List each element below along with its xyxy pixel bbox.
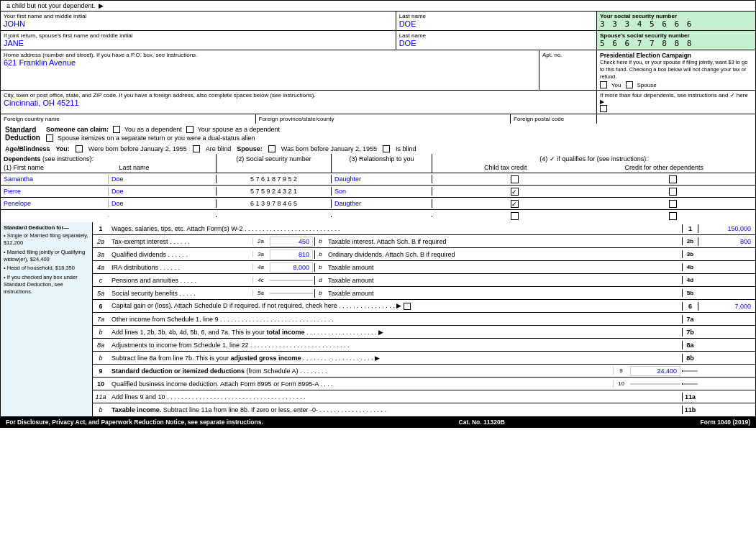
footer-form: Form 1040 (2019) (701, 418, 750, 426)
dep-checks-3 (432, 211, 755, 221)
dep-other-check-3[interactable] (669, 212, 677, 220)
spouse-last-cell: Last name DOE (396, 31, 597, 50)
dep-name-col-header: Dependents (see instructions): (1) First… (1, 154, 217, 173)
line-11a-desc: Add lines 9 and 10 . . . . . . . . . . .… (109, 393, 682, 401)
foreign-country-label: Foreign country name (4, 116, 252, 122)
line-4b-label: 4b (682, 263, 698, 271)
last-name-label: Last name (399, 13, 593, 19)
dep-last-3 (109, 216, 217, 217)
spouse-first-label: If joint return, spouse's first name and… (4, 32, 393, 39)
you-dependent-checkbox[interactable] (113, 126, 120, 133)
dep-child-check-0[interactable] (511, 175, 519, 183)
dep-rel-3 (332, 216, 432, 217)
line-4b-desc: Taxable amount (326, 263, 682, 272)
spouse-itemizes-checkbox[interactable] (46, 134, 53, 142)
line-4a-desc: IRA distributions . . . . . . (109, 263, 252, 272)
spouse-dependent-checkbox[interactable] (186, 126, 193, 133)
sidebar-items: • Single or Married filing separately, $… (4, 232, 89, 295)
are-blind-checkbox[interactable] (193, 145, 200, 152)
line-3a-num: 3a (93, 250, 109, 259)
dep-col2-header: (2) Social security number (217, 154, 332, 173)
line-2b-right: b Taxable interest. Attach Sch. B if req… (314, 237, 755, 246)
line-7a-row: 7a Other income from Schedule 1, line 9 … (93, 313, 755, 326)
line-3b-right: b Ordinary dividends. Attach Sch. B if r… (314, 250, 755, 259)
line-10-row: 10 Qualified business income deduction. … (93, 378, 755, 390)
line-8b-row: b Subtract line 8a from line 7b. This is… (93, 352, 755, 365)
line-5a-num: 5a (93, 289, 109, 298)
form-footer: For Disclosure, Privacy Act, and Paperwo… (0, 416, 756, 428)
line-c-desc: Pensions and annuities . . . . . (109, 276, 252, 285)
income-lines: 1 Wages, salaries, tips, etc. Attach For… (93, 222, 755, 416)
line-1-num: 1 (93, 224, 109, 233)
dep-child-check-1[interactable]: ✓ (511, 188, 519, 196)
spouse-last-label: Last name (399, 32, 593, 39)
footer-cat: Cat. No. 11320B (459, 418, 505, 426)
line-4d-desc: Taxable amount (326, 276, 682, 285)
line-9-inner-label: 9 (613, 367, 629, 375)
spouse-born-checkbox[interactable] (268, 145, 275, 152)
line-11a-row: 11a Add lines 9 and 10 . . . . . . . . .… (93, 390, 755, 403)
someone-can-claim-label: Someone can claim: (46, 126, 109, 133)
dep-other-check-1[interactable] (669, 188, 677, 196)
line-6-row: 6 Capital gain or (loss). Attach Schedul… (93, 300, 755, 313)
dep-first-2: Penelope (1, 199, 109, 208)
born-before-checkbox[interactable] (76, 145, 83, 152)
spouse-ssn-label: Spouse's social security number (600, 32, 752, 39)
line-3a-label: 3a (252, 251, 268, 257)
line-8b-desc: Subtract line 8a from line 7b. This is y… (109, 354, 682, 362)
foreign-postal-cell: Foreign postal code (511, 114, 597, 124)
sidebar-item-1: • Married filing jointly or Qualifying w… (4, 249, 89, 263)
dep-col1-label: (1) First name (4, 164, 98, 171)
std-deduction-title2: Deduction (5, 134, 40, 142)
line-4b-right: b Taxable amount 4b (314, 263, 755, 272)
form-1040: a child but not your dependent. ▶ Your f… (0, 0, 756, 428)
dep-child-check-3[interactable] (511, 212, 519, 220)
election-spouse-checkbox[interactable] (626, 81, 633, 88)
line-3a-input: 810 (270, 250, 313, 260)
last-name-cell: Last name DOE (396, 12, 597, 30)
are-blind-label: Are blind (206, 145, 232, 152)
first-name-value: JOHN (4, 19, 393, 28)
dep-child-check-2[interactable]: ✓ (511, 200, 519, 208)
line-6-num: 6 (93, 302, 109, 311)
more-dependents-checkbox[interactable] (600, 105, 607, 112)
age-blindness-title: Age/Blindness (5, 145, 50, 152)
line-4b-letter: b (315, 263, 326, 271)
born-before-label: Were born before January 2, 1955 (88, 145, 187, 152)
line-10-inner-label: 10 (613, 380, 629, 388)
city-cell: City, town or post office, state, and ZI… (1, 91, 597, 114)
first-name-label: Your first name and middle initial (4, 13, 393, 19)
dep-ssn-2: 6 1 3 9 7 8 4 6 5 (217, 199, 332, 208)
line-11a-label: 11a (682, 393, 698, 401)
spouse-first-cell: If joint return, spouse's first name and… (1, 31, 396, 50)
line-4cd-row: c Pensions and annuities . . . . . 4c d … (93, 274, 755, 287)
line-6-desc: Capital gain or (loss). Attach Schedule … (109, 301, 682, 311)
ssn-cell: Your social security number 3 3 3 4 5 6 … (597, 12, 755, 30)
apt-label: Apt. no. (542, 52, 593, 58)
line-4d-letter: d (315, 276, 326, 284)
line-2a-input: 450 (270, 237, 313, 247)
line-3-row: 3a Qualified dividends . . . . . . 3a 81… (93, 248, 755, 261)
line-7a-num: 7a (93, 315, 109, 324)
spouse-dependent-label: Your spouse as a dependent (198, 126, 280, 133)
line-10-desc: Qualified business income deduction. Att… (109, 380, 613, 388)
line-11b-num: b (93, 406, 109, 414)
dep-other-check-0[interactable] (669, 175, 677, 183)
dep-last-1: Doe (109, 187, 217, 196)
dep-checks-0 (432, 175, 755, 184)
line-7b-label: 7b (682, 328, 698, 337)
is-blind-checkbox[interactable] (383, 145, 390, 152)
line-1-label: 1 (682, 224, 698, 233)
line-4d-label: 4d (682, 276, 698, 284)
line-8b-num: b (93, 354, 109, 362)
spouse-ssn-cell: Spouse's social security number 5 6 6 7 … (597, 31, 755, 50)
line-5a-desc: Social security benefits . . . . . (109, 289, 252, 298)
dep-other-check-2[interactable] (669, 200, 677, 208)
dep-rel-0: Daughter (332, 175, 432, 183)
line-5b-desc: Taxable amount (326, 289, 682, 298)
election-you-checkbox[interactable] (600, 81, 607, 88)
election-label: Presidential Election Campaign (600, 52, 752, 59)
election-text: Check here if you, or your spouse if fil… (600, 59, 752, 80)
line-2b-desc: Taxable interest. Attach Sch. B if requi… (326, 237, 682, 246)
line-6-label: 6 (682, 302, 698, 311)
